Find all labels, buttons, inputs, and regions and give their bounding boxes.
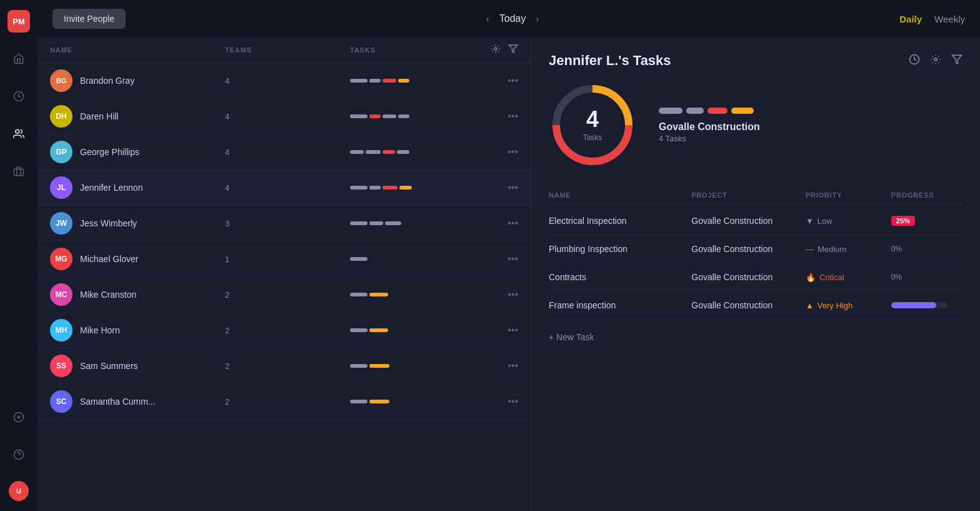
panel-filter-icon[interactable]: [951, 54, 962, 68]
person-task-count: 2: [225, 290, 350, 300]
person-menu-button[interactable]: •••: [508, 75, 518, 86]
person-task-count: 2: [225, 362, 350, 371]
person-task-bars: [350, 186, 481, 190]
filter-icon[interactable]: [508, 44, 518, 56]
person-name-text: Mike Cranston: [80, 290, 136, 300]
sidebar-item-home[interactable]: [8, 48, 30, 70]
table-row[interactable]: MG Michael Glover 1 •••: [38, 241, 531, 277]
app-logo: PM: [8, 10, 30, 33]
task-name-cell: Contracts: [549, 272, 691, 282]
user-avatar-bottom[interactable]: U: [9, 481, 29, 501]
task-col-priority: PRIORITY: [806, 191, 891, 199]
table-row[interactable]: JL Jennifer Lennon 4 •••: [38, 170, 531, 206]
task-bar-segment: [350, 328, 368, 332]
sidebar-item-add[interactable]: [8, 406, 30, 428]
task-bar-segment: [382, 79, 396, 83]
task-project-cell: Govalle Construction: [691, 272, 806, 282]
table-row[interactable]: DH Daren Hill 4 •••: [38, 99, 531, 134]
priority-label: Critical: [819, 273, 844, 282]
task-progress-cell: 0%: [891, 245, 962, 253]
person-menu-button[interactable]: •••: [508, 111, 518, 122]
person-menu-button[interactable]: •••: [508, 325, 518, 336]
task-progress-cell: [891, 302, 962, 308]
person-name-text: Sam Summers: [80, 361, 138, 371]
person-task-bars: [350, 364, 481, 368]
table-row[interactable]: MH Mike Horn 2 •••: [38, 313, 531, 348]
task-bar-segment: [350, 364, 368, 368]
task-col-project: PROJECT: [691, 191, 806, 199]
task-row[interactable]: Electrical Inspection Govalle Constructi…: [549, 207, 962, 235]
sidebar-item-briefcase[interactable]: [8, 160, 30, 183]
person-menu-button[interactable]: •••: [508, 396, 518, 407]
avatar: JL: [50, 176, 72, 199]
person-menu-button[interactable]: •••: [508, 360, 518, 372]
nav-next-button[interactable]: ›: [536, 14, 539, 24]
sidebar-item-people[interactable]: [8, 123, 30, 145]
task-row[interactable]: Plumbing Inspection Govalle Construction…: [549, 235, 962, 263]
task-panel-header: Jennifer L.'s Tasks: [549, 53, 962, 69]
date-navigation: ‹ Today ›: [486, 13, 539, 24]
table-row[interactable]: JW Jess Wimberly 3 •••: [38, 206, 531, 241]
person-task-bars: [350, 79, 481, 83]
person-menu-button[interactable]: •••: [508, 218, 518, 229]
progress-bar-fill: [891, 302, 936, 308]
person-task-count: 4: [225, 76, 350, 86]
view-daily-button[interactable]: Daily: [899, 14, 922, 24]
table-row[interactable]: SS Sam Summers 2 •••: [38, 348, 531, 384]
people-panel: NAME TEAMS TASKS BG Brandon Gray 4 •••: [38, 38, 531, 511]
person-task-count: 2: [225, 397, 350, 407]
task-row[interactable]: Frame inspection Govalle Construction ▲ …: [549, 291, 962, 320]
task-bar-segment: [382, 114, 396, 118]
sidebar: PM U: [0, 0, 38, 511]
table-row[interactable]: GP George Phillips 4 •••: [38, 134, 531, 170]
person-task-bars: [350, 114, 481, 118]
sidebar-item-clock[interactable]: [8, 85, 30, 108]
person-name-text: Daren Hill: [80, 111, 118, 121]
person-task-bars: [350, 257, 481, 261]
nav-prev-button[interactable]: ‹: [486, 14, 489, 24]
person-menu-button[interactable]: •••: [508, 146, 518, 158]
task-priority-cell: 🔥 Critical: [806, 273, 891, 282]
summary-bar-segment: [686, 108, 704, 114]
table-row[interactable]: MC Mike Cranston 2 •••: [38, 277, 531, 313]
view-weekly-button[interactable]: Weekly: [934, 14, 965, 24]
task-bar-segment: [382, 150, 395, 154]
person-task-count: 2: [225, 326, 350, 335]
svg-marker-9: [509, 45, 517, 53]
task-row[interactable]: Contracts Govalle Construction 🔥 Critica…: [549, 263, 962, 291]
person-menu-button[interactable]: •••: [508, 253, 518, 265]
person-name-text: Jennifer Lennon: [80, 183, 142, 193]
invite-people-button[interactable]: Invite People: [52, 9, 126, 29]
col-tasks: TASKS: [350, 46, 481, 54]
person-menu-button[interactable]: •••: [508, 289, 518, 300]
sidebar-item-help[interactable]: [8, 443, 30, 466]
clock-icon[interactable]: [909, 54, 920, 68]
priority-label: Medium: [818, 245, 846, 254]
person-name-cell: MC Mike Cranston: [50, 283, 225, 306]
task-summary-right: Govalle Construction 4 Tasks: [659, 108, 962, 143]
priority-icon: ▼: [806, 216, 814, 226]
task-priority-cell: ▲ Very High: [806, 301, 891, 310]
new-task-button[interactable]: + New Task: [549, 332, 962, 342]
svg-marker-12: [952, 55, 962, 64]
task-progress-cell: 0%: [891, 273, 962, 281]
task-bar-segment: [350, 186, 368, 190]
avatar: BG: [50, 69, 72, 92]
person-name-cell: SC Samantha Cumm...: [50, 390, 225, 413]
table-row[interactable]: SC Samantha Cumm... 2 •••: [38, 384, 531, 420]
person-menu-button[interactable]: •••: [508, 182, 518, 193]
person-name-cell: MH Mike Horn: [50, 319, 225, 342]
person-name-cell: DH Daren Hill: [50, 105, 225, 128]
task-summary: 4 Tasks Govalle Construction 4 Tasks: [549, 81, 962, 169]
svg-point-11: [934, 58, 938, 61]
person-task-bars: [350, 293, 481, 296]
table-row[interactable]: BG Brandon Gray 4 •••: [38, 63, 531, 99]
task-bar-segment: [399, 186, 412, 190]
panel-action-icons: [909, 54, 962, 68]
svg-rect-2: [14, 169, 24, 176]
settings-icon[interactable]: [491, 44, 501, 56]
person-name-text: Mike Horn: [80, 325, 120, 335]
summary-project-name: Govalle Construction: [659, 121, 962, 133]
task-bar-segment: [350, 293, 368, 296]
panel-settings-icon[interactable]: [930, 54, 941, 68]
